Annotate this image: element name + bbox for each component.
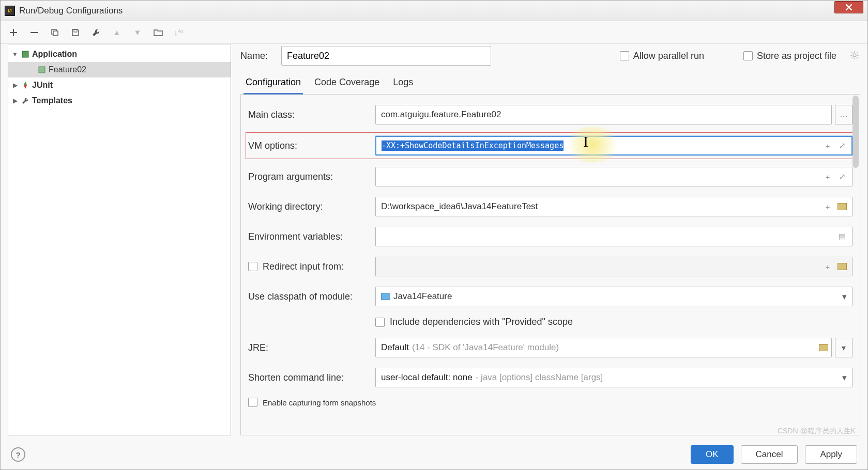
tab-logs[interactable]: Logs (391, 73, 415, 95)
add-config-button[interactable] (8, 27, 19, 38)
close-button[interactable] (834, 1, 863, 13)
remove-config-button[interactable] (28, 27, 40, 38)
program-arguments-label: Program arguments: (248, 171, 367, 182)
chevron-right-icon: ▶ (11, 97, 19, 104)
checkbox-label: Allow parallel run (633, 51, 704, 61)
move-up-button[interactable]: ▲ (111, 27, 123, 38)
chevron-down-icon: ▾ (842, 291, 847, 302)
wrench-icon (92, 28, 101, 37)
edit-templates-button[interactable] (90, 27, 102, 38)
main-class-field[interactable]: com.atguigu.feature.Feature02 (375, 105, 832, 124)
tree-node-junit[interactable]: ▶ JUnit (8, 77, 231, 93)
checkbox-label: Store as project file (757, 51, 836, 61)
vm-options-field[interactable]: -XX:+ShowCodeDetailsInExceptionMessages (375, 136, 852, 155)
chevron-down-icon: ▾ (842, 343, 846, 353)
browse-folder-button[interactable] (836, 200, 848, 213)
vm-options-selected-text: -XX:+ShowCodeDetailsInExceptionMessages (382, 140, 564, 151)
plus-icon: + (826, 202, 830, 211)
expand-field-button[interactable]: ⤢ (836, 139, 848, 152)
gear-icon (850, 51, 859, 60)
tree-node-templates[interactable]: ▶ Templates (8, 93, 231, 108)
program-arguments-field[interactable] (375, 167, 852, 186)
help-button[interactable]: ? (11, 447, 25, 462)
environment-variables-label: Environment variables: (248, 231, 367, 242)
classpath-module-row: Use classpath of module: Java14Feature ▾ (248, 287, 852, 306)
jre-dropdown-button[interactable]: ▾ (835, 338, 852, 357)
dialog-window: IJ Run/Debug Configurations ▲ ▼ ↓ᴬᶻ ▼ Ap… (0, 0, 868, 470)
name-input[interactable] (281, 46, 491, 66)
edit-env-button[interactable]: ▤ (836, 230, 848, 243)
store-as-project-file-option[interactable]: Store as project file (743, 51, 836, 61)
include-provided-option[interactable]: Include dependencies with "Provided" sco… (375, 317, 573, 327)
tree-label: JUnit (32, 81, 53, 90)
insert-macro-button[interactable]: + (821, 139, 834, 152)
environment-variables-field[interactable] (375, 227, 852, 246)
redirect-input-row: Redirect input from: + (248, 257, 852, 276)
expand-field-button[interactable]: ⤢ (836, 170, 848, 183)
shorten-command-line-label: Shorten command line: (248, 372, 367, 383)
insert-macro-button[interactable]: + (821, 200, 834, 213)
jre-row: JRE: Default (14 - SDK of 'Java14Feature… (248, 338, 852, 357)
checkbox-label: Enable capturing form snapshots (263, 398, 376, 407)
insert-macro-button[interactable]: + (821, 170, 834, 183)
app-icon: IJ (5, 6, 15, 16)
dialog-button-bar: ? OK Cancel Apply (1, 440, 867, 469)
main-class-label: Main class: (248, 109, 367, 120)
classpath-module-label: Use classpath of module: (248, 291, 367, 302)
working-directory-field[interactable]: D:\workspace_idea6\Java14FeatureTest (375, 197, 852, 216)
copy-config-button[interactable] (49, 27, 60, 38)
vm-options-label: VM options: (248, 140, 367, 151)
cancel-button[interactable]: Cancel (741, 445, 798, 464)
chevron-down-icon: ▼ (11, 51, 19, 58)
shorten-command-line-dropdown[interactable]: user-local default: none - java [options… (375, 368, 852, 387)
copy-icon (51, 28, 59, 37)
redirect-input-option[interactable]: Redirect input from: (248, 261, 367, 272)
application-icon (37, 65, 47, 74)
store-settings-button[interactable] (850, 51, 860, 61)
checkbox-icon (248, 398, 257, 407)
title-bar: IJ Run/Debug Configurations (1, 1, 867, 21)
svg-rect-2 (74, 29, 77, 32)
main-class-row: Main class: com.atguigu.feature.Feature0… (248, 105, 852, 124)
folder-icon (154, 28, 163, 37)
save-config-button[interactable] (70, 27, 81, 38)
folder-icon (837, 263, 847, 270)
allow-parallel-run-option[interactable]: Allow parallel run (620, 51, 704, 61)
ok-button[interactable]: OK (691, 445, 734, 464)
enable-snapshots-option[interactable]: Enable capturing form snapshots (248, 398, 376, 407)
scrollbar[interactable] (852, 96, 859, 168)
folder-icon (837, 203, 847, 210)
expand-icon: ⤢ (839, 172, 846, 181)
jre-label: JRE: (248, 342, 367, 353)
tree-node-feature02[interactable]: Feature02 (8, 62, 231, 77)
checkbox-label: Include dependencies with "Provided" sco… (390, 317, 573, 327)
jre-field[interactable]: Default (14 - SDK of 'Java14Feature' mod… (375, 338, 832, 357)
tree-node-application[interactable]: ▼ Application (8, 46, 231, 62)
plus-icon: + (826, 142, 830, 150)
wrench-icon (21, 96, 30, 105)
tab-code-coverage[interactable]: Code Coverage (312, 73, 382, 95)
plus-icon: + (826, 262, 830, 271)
svg-rect-3 (22, 51, 28, 57)
redirect-input-field (375, 257, 852, 276)
classpath-module-dropdown[interactable]: Java14Feature ▾ (375, 287, 852, 306)
checkbox-icon (375, 318, 385, 327)
tab-bar: Configuration Code Coverage Logs (240, 73, 860, 95)
help-icon: ? (16, 450, 20, 459)
expand-icon: ⤢ (839, 141, 846, 150)
config-tree[interactable]: ▼ Application Feature02 ▶ JUnit ▶ Templa… (8, 44, 231, 435)
move-down-button[interactable]: ▼ (132, 27, 143, 38)
tab-configuration[interactable]: Configuration (243, 73, 303, 95)
sort-icon: ↓ᴬᶻ (174, 28, 184, 37)
environment-variables-row: Environment variables: ▤ (248, 227, 852, 246)
sort-button[interactable]: ↓ᴬᶻ (173, 27, 185, 38)
close-icon (845, 4, 852, 11)
browse-jre-button[interactable] (817, 341, 830, 354)
browse-main-class-button[interactable]: … (835, 105, 852, 124)
apply-button[interactable]: Apply (805, 445, 857, 464)
name-row: Name: Allow parallel run Store as projec… (240, 44, 860, 73)
folder-button[interactable] (153, 27, 164, 38)
checkbox-icon (248, 262, 257, 271)
shorten-command-line-row: Shorten command line: user-local default… (248, 368, 852, 387)
name-label: Name: (240, 51, 268, 61)
